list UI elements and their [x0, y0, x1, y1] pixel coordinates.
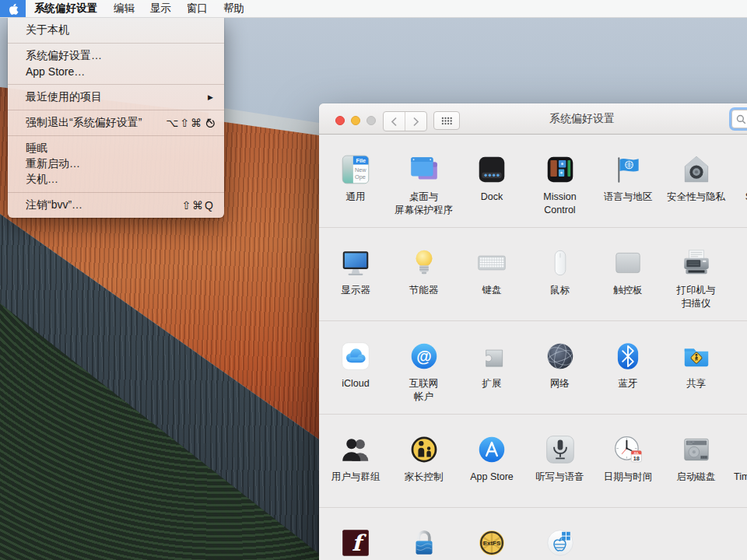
pref-network[interactable]: 网络: [526, 321, 594, 414]
preference-group-4: 用户与群组家长控制App Store听写与语音JUL18日期与时间启动磁盘Tim…: [319, 415, 747, 508]
menu-bar: 系统偏好设置编辑显示窗口帮助: [0, 0, 747, 18]
pref-printers-scanners[interactable]: 打印机与 扫描仪: [662, 228, 731, 320]
menubar-item-1[interactable]: 系统偏好设置: [26, 0, 106, 17]
menu-separator: [8, 192, 224, 193]
pref-date-time[interactable]: JUL18日期与时间: [594, 415, 662, 507]
dock-icon: [475, 153, 508, 186]
trackpad-icon: [612, 247, 644, 279]
parental-controls-icon: [408, 433, 440, 466]
apple-menu-item-10[interactable]: 睡眠: [8, 141, 224, 156]
apple-menu-item-11[interactable]: 重新启动…: [8, 156, 224, 172]
menu-item-label: 睡眠: [26, 142, 215, 156]
menu-separator: [8, 110, 224, 110]
apple-menu-item-8[interactable]: 强制退出“系统偏好设置”⌥⇧⌘: [8, 115, 224, 131]
sharing-icon: [680, 340, 713, 373]
bluetooth-icon: [612, 340, 644, 373]
svg-text:18: 18: [633, 455, 640, 462]
apple-menu-item-6[interactable]: 最近使用的项目▶: [8, 89, 224, 105]
pref-flash-player[interactable]: f: [321, 508, 390, 560]
extfs-icon: ExtFS: [475, 527, 508, 559]
mission-control-icon: [544, 153, 577, 186]
flash-player-icon: f: [339, 527, 372, 559]
pref-extensions[interactable]: 扩展: [458, 321, 526, 414]
preference-group-1: FileNewOpe通用桌面与 屏幕保护程序DockMission Contro…: [319, 135, 747, 228]
apple-menu-item-1[interactable]: 关于本机: [8, 23, 224, 38]
menu-item-label: 关机…: [26, 173, 215, 187]
apple-menu-item-3[interactable]: 系统偏好设置…: [8, 48, 224, 64]
startup-disk-icon: [680, 433, 713, 466]
forward-button[interactable]: [405, 112, 426, 131]
pref-displays[interactable]: 显示器: [321, 228, 390, 320]
pref-sharing[interactable]: 共享: [662, 321, 731, 414]
grid-icon: [441, 117, 453, 125]
svg-text:@: @: [416, 348, 431, 365]
menubar-item-3[interactable]: 显示: [142, 0, 179, 17]
pref-paragon[interactable]: [526, 508, 594, 560]
menubar-item-4[interactable]: 窗口: [179, 0, 216, 17]
navigation-buttons: [383, 111, 427, 131]
pref-label: 打印机与 扫描仪: [654, 284, 738, 310]
network-icon: [544, 340, 577, 373]
pref-spotlight[interactable]: Spotlight: [730, 135, 747, 227]
security-privacy-icon: [680, 153, 713, 186]
menu-item-label: 关于本机: [26, 23, 215, 37]
pref-desktop-screensaver[interactable]: 桌面与 屏幕保护程序: [390, 135, 458, 227]
extensions-icon: [475, 340, 508, 373]
apple-menu-item-14[interactable]: 注销“bvv”…⇧⌘Q: [8, 198, 224, 213]
chevron-right-icon: [412, 117, 419, 127]
show-all-button[interactable]: [433, 111, 460, 130]
pref-general[interactable]: FileNewOpe通用: [321, 135, 390, 227]
preference-group-3: iCloud@互联网 帐户扩展网络蓝牙共享: [319, 321, 747, 415]
mouse-icon: [544, 247, 577, 279]
pref-lock[interactable]: [390, 508, 458, 560]
search-field[interactable]: [731, 110, 747, 128]
menu-item-shortcut: ⌥⇧⌘: [166, 117, 215, 129]
svg-text:File: File: [356, 157, 366, 164]
desktop-screensaver-icon: [408, 153, 440, 186]
pref-bluetooth[interactable]: 蓝牙: [594, 321, 662, 414]
menu-item-label: 系统偏好设置…: [26, 49, 215, 63]
pref-label: Time Machine: [722, 471, 747, 484]
pref-parental-controls[interactable]: 家长控制: [390, 415, 458, 507]
menu-separator: [8, 135, 224, 136]
pref-energy-saver[interactable]: 节能器: [390, 228, 458, 320]
printers-scanners-icon: [680, 247, 713, 279]
pref-mouse[interactable]: 鼠标: [526, 228, 594, 320]
menu-item-label: 强制退出“系统偏好设置”: [26, 116, 166, 130]
preference-group-2: 显示器节能器键盘鼠标触控板打印机与 扫描仪: [319, 228, 747, 321]
pref-app-store[interactable]: App Store: [458, 415, 526, 507]
back-button[interactable]: [384, 112, 405, 131]
apple-menu-button[interactable]: [0, 0, 26, 17]
system-preferences-window: 系统偏好设置 FileNewOpe通用桌面与 屏幕保护程序DockMission…: [319, 103, 747, 560]
pref-internet-accounts[interactable]: @互联网 帐户: [390, 321, 458, 414]
search-icon: [736, 114, 746, 124]
keyboard-icon: [475, 247, 508, 279]
app-store-icon: [475, 433, 508, 466]
submenu-arrow-icon: ▶: [208, 93, 213, 101]
pref-language-region[interactable]: 语言与地区: [594, 135, 662, 227]
pref-icloud[interactable]: iCloud: [321, 321, 390, 414]
apple-menu-item-4[interactable]: App Store…: [8, 64, 224, 79]
pref-users-groups[interactable]: 用户与群组: [321, 415, 390, 507]
dictation-speech-icon: [544, 433, 577, 466]
apple-menu-item-12[interactable]: 关机…: [8, 172, 224, 187]
pref-mission-control[interactable]: Mission Control: [526, 135, 594, 227]
menubar-item-2[interactable]: 编辑: [106, 0, 142, 17]
window-titlebar[interactable]: 系统偏好设置: [319, 103, 747, 135]
menu-item-shortcut: ⇧⌘Q: [181, 199, 215, 212]
pref-time-machine[interactable]: Time Machine: [730, 415, 747, 507]
minimize-button[interactable]: [351, 116, 360, 125]
pref-startup-disk[interactable]: 启动磁盘: [662, 415, 731, 507]
pref-extfs[interactable]: ExtFS: [458, 508, 526, 560]
pref-dock[interactable]: Dock: [458, 135, 526, 227]
pref-trackpad[interactable]: 触控板: [594, 228, 662, 320]
pref-security-privacy[interactable]: 安全性与隐私: [662, 135, 731, 227]
preference-group-5: fExtFS: [319, 508, 747, 560]
svg-text:Ope: Ope: [355, 173, 366, 180]
close-button[interactable]: [335, 116, 345, 125]
pref-dictation-speech[interactable]: 听写与语音: [526, 415, 594, 507]
internet-accounts-icon: @: [408, 340, 440, 373]
pref-keyboard[interactable]: 键盘: [458, 228, 526, 320]
menu-separator: [8, 43, 224, 44]
menubar-item-5[interactable]: 帮助: [216, 0, 252, 17]
